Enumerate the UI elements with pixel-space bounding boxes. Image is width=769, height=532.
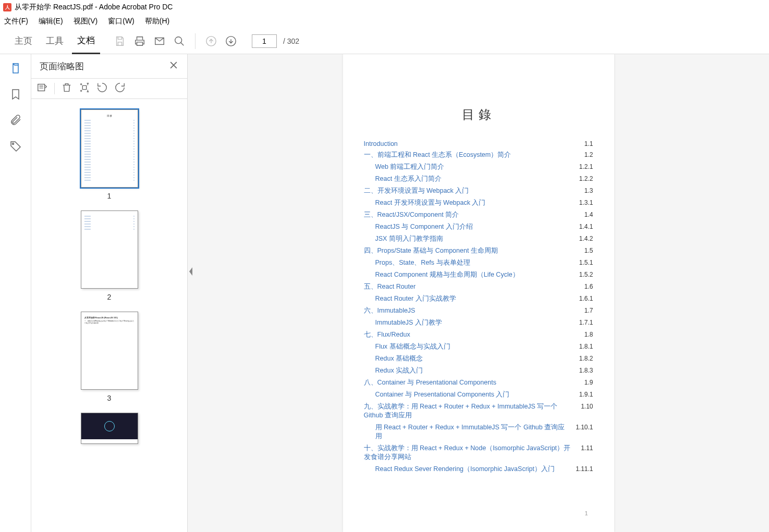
svg-rect-5 — [38, 84, 45, 91]
toc-number: 1.4 — [584, 211, 593, 218]
toc-number: 1.5.2 — [579, 271, 593, 278]
toc-link[interactable]: React Router 入门实战教学 — [375, 294, 456, 303]
page-sizes-icon[interactable] — [79, 82, 90, 95]
page-1: 目錄 Introduction1.1一、前端工程和 React 生态系（Ecos… — [343, 54, 614, 532]
tab-tools[interactable]: 工具 — [41, 28, 69, 54]
print-icon[interactable] — [131, 33, 148, 50]
toc-entry[interactable]: Redux 实战入门1.8.3 — [364, 365, 593, 377]
toc-number: 1.8 — [584, 331, 593, 338]
toc-entry[interactable]: 四、Props/State 基础与 Component 生命周期1.5 — [364, 245, 593, 257]
toc-link[interactable]: 九、实战教学：用 React + Router + Redux + Immuta… — [364, 402, 575, 420]
toc-entry[interactable]: 七、Flux/Redux1.8 — [364, 329, 593, 341]
document-view[interactable]: 目錄 Introduction1.1一、前端工程和 React 生态系（Ecos… — [188, 54, 769, 532]
toc-entry[interactable]: Props、State、Refs 与表单处理1.5.1 — [364, 257, 593, 269]
toc-entry[interactable]: 十、实战教学：用 React + Redux + Node（Isomorphic… — [364, 442, 593, 463]
toc-entry[interactable]: Container 与 Presentational Components 入门… — [364, 389, 593, 401]
toc-link[interactable]: 用 React + Router + Redux + ImmutableJS 写… — [375, 423, 570, 441]
toc-entry[interactable]: Web 前端工程入门简介1.2.1 — [364, 161, 593, 173]
toc-entry[interactable]: React 开发环境设置与 Webpack 入门1.3.1 — [364, 197, 593, 209]
close-panel-icon[interactable] — [168, 60, 179, 73]
tab-home[interactable]: 主页 — [9, 28, 38, 54]
toc-link[interactable]: Props、State、Refs 与表单处理 — [375, 258, 470, 267]
toc-link[interactable]: 三、React/JSX/Component 简介 — [364, 211, 459, 219]
menu-help[interactable]: 帮助(H) — [145, 17, 169, 26]
toc-entry[interactable]: 一、前端工程和 React 生态系（Ecosystem）简介1.2 — [364, 149, 593, 161]
email-icon[interactable] — [151, 33, 168, 50]
toc-link[interactable]: React 生态系入门简介 — [375, 175, 442, 183]
toc-link[interactable]: Flux 基础概念与实战入门 — [375, 342, 450, 351]
toc-link[interactable]: 七、Flux/Redux — [364, 330, 410, 339]
page-number-input[interactable] — [252, 34, 277, 48]
rotate-cw-icon[interactable] — [114, 82, 126, 95]
tags-icon[interactable] — [8, 139, 23, 154]
toc-link[interactable]: 五、React Router — [364, 282, 416, 291]
attachments-icon[interactable] — [8, 113, 23, 128]
thumbnails-icon[interactable] — [8, 60, 23, 76]
toc-entry[interactable]: 三、React/JSX/Component 简介1.4 — [364, 209, 593, 221]
toc-link[interactable]: ImmutableJS 入门教学 — [375, 318, 442, 327]
toc-number: 1.6.1 — [579, 295, 593, 302]
save-icon[interactable] — [112, 33, 128, 50]
page-total: / 302 — [283, 37, 299, 45]
bookmarks-icon[interactable] — [8, 86, 23, 102]
tab-document[interactable]: 文档 — [72, 28, 100, 54]
page-down-icon[interactable] — [223, 33, 239, 50]
svg-point-1 — [175, 36, 182, 43]
toc-number: 1.6 — [584, 283, 593, 290]
search-icon[interactable] — [171, 33, 188, 50]
toc-entry[interactable]: React 生态系入门简介1.2.2 — [364, 173, 593, 185]
page-up-icon[interactable] — [203, 33, 219, 50]
toc-link[interactable]: React Component 规格与生命周期（Life Cycle） — [375, 270, 519, 279]
toc-link[interactable]: Web 前端工程入门简介 — [375, 163, 445, 171]
toc-link[interactable]: Introduction — [364, 140, 398, 147]
menu-view[interactable]: 视图(V) — [74, 17, 98, 26]
toc-link[interactable]: 十、实战教学：用 React + Redux + Node（Isomorphic… — [364, 444, 575, 462]
toc-entry[interactable]: 八、Container 与 Presentational Components1… — [364, 377, 593, 389]
toc-entry[interactable]: React Redux Sever Rendering（Isomorphic J… — [364, 463, 593, 475]
toc-number: 1.10.1 — [576, 424, 593, 431]
thumb-page-2[interactable]: ━━━━━━━━━━━━━━━━━━━━━━━━━━━━━━━━━━━━━━━━… — [31, 211, 187, 301]
toc-link[interactable]: 八、Container 与 Presentational Components — [364, 378, 496, 387]
toc-entry[interactable]: Redux 基础概念1.8.2 — [364, 353, 593, 365]
toc-entry[interactable]: React Router 入门实战教学1.6.1 — [364, 293, 593, 305]
delete-icon[interactable] — [61, 82, 72, 95]
toc-entry[interactable]: 二、开发环境设置与 Webpack 入门1.3 — [364, 185, 593, 197]
thumb-page-3[interactable]: 从零开始学 ReactJS (ReactJS 101) 一、前端工程和React… — [31, 312, 187, 402]
toc-link[interactable]: React Redux Sever Rendering（Isomorphic J… — [375, 465, 555, 474]
toc-link[interactable]: Redux 实战入门 — [375, 366, 423, 375]
toc-link[interactable]: Container 与 Presentational Components 入门 — [375, 390, 510, 399]
rotate-ccw-icon[interactable] — [96, 82, 108, 95]
menu-edit[interactable]: 编辑(E) — [39, 17, 63, 26]
toc-entry[interactable]: 九、实战教学：用 React + Router + Redux + Immuta… — [364, 401, 593, 422]
toc-number: 1.11 — [581, 444, 593, 452]
toc-link[interactable]: 六、ImmutableJS — [364, 306, 416, 315]
toc-link[interactable]: 一、前端工程和 React 生态系（Ecosystem）简介 — [364, 151, 511, 159]
toc-entry[interactable]: 五、React Router1.6 — [364, 281, 593, 293]
collapse-panel-icon[interactable] — [188, 266, 195, 279]
menu-file[interactable]: 文件(F) — [4, 17, 28, 26]
toc-entry[interactable]: ReactJS 与 Component 入门介绍1.4.1 — [364, 221, 593, 233]
toc-link[interactable]: React 开发环境设置与 Webpack 入门 — [375, 199, 486, 207]
thumb-list[interactable]: 目录 ━━━━━━━━━━━━━━━━━━━━━━━━━━━━━━━━━━━━━… — [31, 99, 187, 532]
toc-entry[interactable]: ImmutableJS 入门教学1.7.1 — [364, 317, 593, 329]
toc-link[interactable]: Redux 基础概念 — [375, 354, 423, 363]
toc-link[interactable]: ReactJS 与 Component 入门介绍 — [375, 222, 473, 231]
toc-entry[interactable]: 用 React + Router + Redux + ImmutableJS 写… — [364, 422, 593, 442]
toc-entry[interactable]: 六、ImmutableJS1.7 — [364, 305, 593, 317]
menu-window[interactable]: 窗口(W) — [108, 17, 135, 26]
toc-entry[interactable]: Flux 基础概念与实战入门1.8.1 — [364, 341, 593, 353]
thumb-label: 2 — [107, 293, 112, 301]
toc-link[interactable]: JSX 简明入门教学指南 — [375, 234, 443, 243]
toc-number: 1.2 — [584, 151, 593, 158]
toc-entry[interactable]: JSX 简明入门教学指南1.4.2 — [364, 233, 593, 245]
thumb-page-4[interactable] — [31, 413, 187, 444]
toc-entry[interactable]: React Component 规格与生命周期（Life Cycle）1.5.2 — [364, 269, 593, 281]
toc-number: 1.1 — [584, 140, 593, 147]
toc-number: 1.7.1 — [579, 319, 593, 326]
left-rail — [0, 54, 31, 532]
toc-link[interactable]: 四、Props/State 基础与 Component 生命周期 — [364, 246, 498, 255]
thumb-options-icon[interactable] — [36, 82, 48, 95]
toc-entry[interactable]: Introduction1.1 — [364, 139, 593, 149]
thumb-page-1[interactable]: 目录 ━━━━━━━━━━━━━━━━━━━━━━━━━━━━━━━━━━━━━… — [31, 109, 187, 200]
toc-link[interactable]: 二、开发环境设置与 Webpack 入门 — [364, 187, 469, 195]
